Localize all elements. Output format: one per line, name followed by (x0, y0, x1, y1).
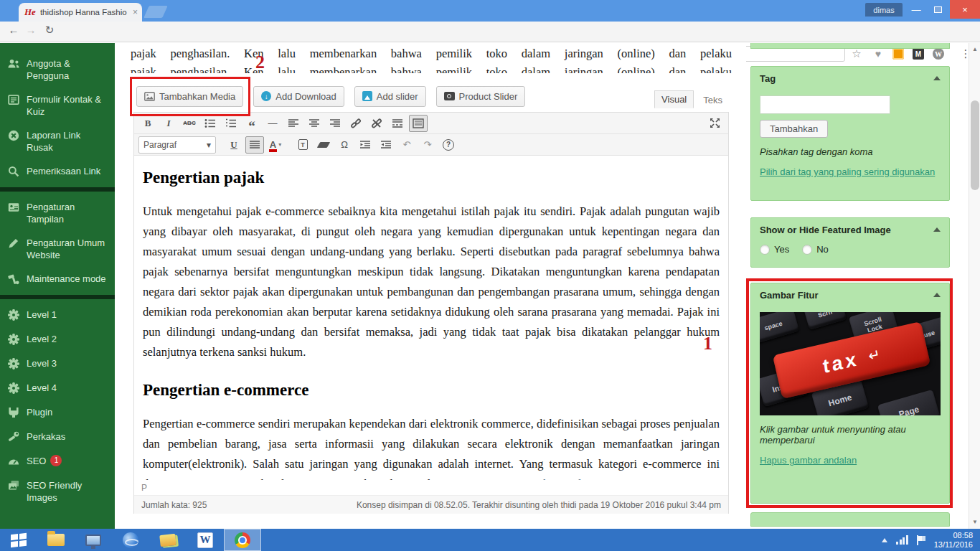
blockquote-button[interactable]: “ (242, 115, 261, 132)
align-left-button[interactable] (284, 115, 303, 132)
taskbar-computer[interactable] (75, 529, 112, 551)
italic-button[interactable]: I (159, 115, 178, 132)
new-tab-button[interactable] (143, 6, 168, 18)
product-slider-button[interactable]: Product Slider (436, 86, 526, 107)
content-inline-link[interactable]: toko online grosir sepatu wanita (534, 477, 720, 480)
sidebar-item-pengaturan-tampilan[interactable]: Pengaturan Tampilan (0, 195, 115, 231)
paragraph-format-dropdown[interactable]: Paragraf ▾ (138, 136, 216, 154)
scroll-down-arrow[interactable]: ▼ (969, 517, 980, 527)
featured-image-header[interactable]: Gambar Fitur (751, 283, 949, 306)
tab-close-icon[interactable]: × (133, 7, 138, 17)
collapse-arrow-icon[interactable] (933, 293, 941, 297)
taskbar-word[interactable]: W (187, 529, 224, 551)
sidebar-item-pemeriksaan-link[interactable]: Pemeriksaan Link (0, 159, 115, 184)
reload-button[interactable]: ↻ (42, 24, 57, 37)
browser-tab[interactable]: He thidishop Hanna Fashio × (19, 3, 142, 22)
sidebar-item-level-4[interactable]: Level 4 (0, 376, 115, 400)
insert-link-button[interactable] (347, 115, 365, 132)
indent-button[interactable] (377, 136, 395, 154)
sidebar-item-pengaturan-umum-website[interactable]: Pengaturan Umum Website (0, 231, 115, 267)
taskbar-file-explorer[interactable] (37, 529, 75, 551)
bold-button[interactable]: B (138, 115, 157, 132)
sidebar-item-maintenance-mode[interactable]: Maintenance mode (0, 267, 115, 291)
enter-arrow-icon: ↵ (867, 345, 882, 364)
window-minimize-button[interactable]: — (905, 0, 927, 19)
featured-toggle-header[interactable]: Show or Hide Featured Image (751, 218, 949, 241)
taskbar-clock[interactable]: 08:58 13/11/2016 (934, 531, 973, 550)
outdent-button[interactable] (356, 136, 374, 154)
extension-heart-icon[interactable]: ♥ (871, 47, 885, 60)
strikethrough-button[interactable]: ABC (180, 115, 199, 132)
sidebar-item-laporan-link-rusak[interactable]: Laporan Link Rusak (0, 123, 115, 159)
wordpress-extension-icon[interactable]: W (931, 47, 946, 60)
sidebar-item-formulir-kontak[interactable]: Formulir Kontak & Kuiz (0, 88, 115, 123)
collapse-arrow-icon[interactable] (933, 76, 941, 80)
bullet-list-button[interactable] (201, 115, 220, 132)
extension-m-icon[interactable]: M (911, 47, 925, 60)
network-icon[interactable] (896, 535, 908, 545)
paste-as-text-button[interactable]: T (293, 136, 312, 154)
clear-formatting-button[interactable] (314, 136, 333, 154)
align-center-button[interactable] (305, 115, 324, 132)
start-button[interactable] (0, 529, 37, 551)
justify-button[interactable] (245, 136, 264, 154)
underline-button[interactable]: U (225, 136, 243, 154)
add-tag-button[interactable]: Tambahkan (760, 120, 828, 138)
special-character-button[interactable]: Ω (335, 136, 354, 154)
radio-circle[interactable] (802, 245, 812, 255)
window-close-button[interactable]: × (950, 0, 980, 19)
wordpress-glyph: W (933, 48, 944, 60)
help-button[interactable]: ? (439, 136, 458, 154)
text-color-button[interactable]: A▾ (266, 136, 285, 154)
window-restore-button[interactable] (927, 0, 948, 19)
redo-button[interactable]: ↷ (418, 136, 437, 154)
scrollbar-thumb[interactable] (971, 100, 979, 190)
tab-teks[interactable]: Teks (697, 92, 729, 108)
editor-mode-tabs: Visual Teks (654, 90, 729, 108)
choose-tags-link[interactable]: Pilih dari tag yang paling sering diguna… (760, 166, 935, 177)
remove-link-button[interactable] (367, 115, 386, 132)
collapse-arrow-icon[interactable] (933, 227, 941, 232)
bookmark-star-icon[interactable]: ☆ (849, 47, 864, 60)
read-more-button[interactable] (388, 115, 407, 132)
sidebar-item-seo[interactable]: SEO 1 (0, 449, 115, 474)
featured-image-thumbnail[interactable]: space Scrn ScrollLock Pause Insert Home … (760, 312, 941, 415)
sidebar-item-seo-friendly-images[interactable]: SEO Friendly Images (0, 474, 115, 509)
sidebar-item-label: SEO (27, 455, 46, 467)
undo-button[interactable]: ↶ (397, 136, 416, 154)
extension-orange-icon[interactable] (891, 47, 905, 60)
restore-icon (934, 6, 942, 13)
scroll-up-arrow[interactable]: ▲ (969, 44, 980, 55)
add-slider-button[interactable]: Add slider (354, 86, 426, 107)
radio-no[interactable]: No (802, 244, 829, 255)
back-button[interactable]: ← (6, 24, 22, 36)
taskbar-chrome-active[interactable] (224, 529, 261, 551)
panel-sliver-top (750, 43, 950, 49)
remove-featured-image-link[interactable]: Hapus gambar andalan (760, 455, 857, 466)
taskbar-internet-explorer[interactable] (112, 529, 149, 551)
radio-yes[interactable]: Yes (760, 244, 789, 255)
sidebar-item-label: Formulir Kontak & Kuiz (27, 93, 109, 118)
horizontal-rule-button[interactable]: — (263, 115, 282, 132)
sidebar-item-plugin[interactable]: Plugin (0, 400, 115, 425)
post-content-area[interactable]: Pengertian pajak Untuk mengetahui pajak … (134, 156, 728, 480)
tag-input[interactable] (760, 95, 890, 114)
tag-panel-header[interactable]: Tag (751, 67, 949, 90)
align-right-button[interactable] (326, 115, 344, 132)
browser-profile-chip[interactable]: dimas (865, 3, 903, 17)
toolbar-toggle-button[interactable] (409, 115, 428, 132)
sidebar-item-perkakas[interactable]: Perkakas (0, 425, 115, 449)
add-download-button[interactable]: ↓ Add Download (253, 86, 344, 107)
radio-circle[interactable] (760, 245, 770, 255)
hidden-icons-arrow[interactable] (882, 538, 887, 542)
sidebar-item-level-1[interactable]: Level 1 (0, 303, 115, 327)
sidebar-item-anggota-pengguna[interactable]: Anggota & Pengguna (0, 52, 115, 88)
page-scrollbar[interactable]: ▲ ▼ (969, 43, 980, 529)
sidebar-item-level-2[interactable]: Level 2 (0, 327, 115, 352)
numbered-list-button[interactable] (222, 115, 240, 132)
sidebar-item-level-3[interactable]: Level 3 (0, 352, 115, 376)
taskbar-sticky-notes[interactable] (149, 529, 187, 551)
action-center-flag-icon[interactable] (917, 535, 925, 545)
fullscreen-button[interactable] (705, 115, 724, 132)
tab-visual[interactable]: Visual (654, 90, 694, 108)
